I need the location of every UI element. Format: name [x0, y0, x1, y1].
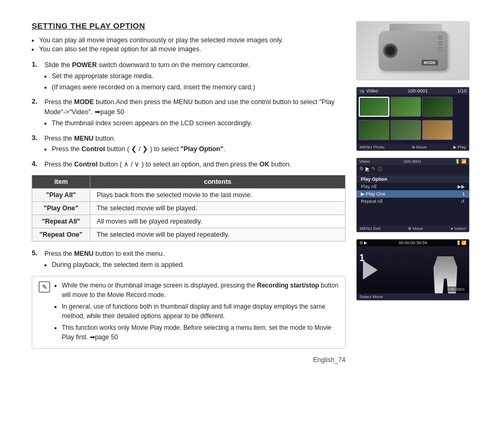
step-3-bold: MENU	[74, 135, 94, 142]
step-4-ok: OK	[259, 161, 269, 168]
step-3: 3. Press the MENU button. Press the Cont…	[32, 134, 346, 156]
camcorder-lens	[383, 43, 398, 58]
table-header-contents: contents	[90, 175, 346, 188]
table-row: "Repeat One" The selected movie will be …	[32, 228, 346, 241]
thumbnail-1[interactable]	[359, 97, 389, 117]
video-mode-icon: 📹	[359, 89, 365, 94]
page-title: SETTING THE PLAY OPTION	[32, 21, 346, 30]
table-item-3: "Repeat All"	[32, 215, 90, 228]
step-2-bold: MODE	[74, 98, 94, 106]
table-content-1: Plays back from the selected movie to th…	[90, 188, 346, 201]
step-5-bold: MENU	[74, 250, 94, 257]
thumbnail-5[interactable]	[390, 120, 421, 140]
menu-icon-settings[interactable]: ⚙	[359, 166, 363, 173]
menu-item-repeat-all[interactable]: Repeat All ↺	[357, 198, 469, 205]
video-bottom-bar: MENU Photo ⊕ Move ▶ Play	[357, 144, 469, 151]
menu-icon-edit[interactable]: ✎	[371, 166, 376, 173]
table-row: "Repeat All" All movies will be played r…	[32, 215, 346, 228]
intro-bullets: You can play all movie images continuous…	[32, 36, 346, 53]
video-page: 1/10	[457, 88, 466, 94]
table-content-2: The selected movie will be played.	[90, 201, 346, 215]
camcorder-body: MODE	[379, 31, 447, 71]
video-bottom-move: ⊕ Move	[412, 145, 427, 150]
playback-timecode: 00:00:00-59:59	[399, 240, 427, 245]
menu-item-label-3: Repeat All	[361, 199, 382, 204]
table-row: "Play All" Plays back from the selected …	[32, 188, 346, 201]
cam-button-1	[438, 35, 442, 40]
menu-bottom-select: ● Select	[451, 226, 466, 231]
menu-item-label-selected: ▶ Play One	[361, 191, 386, 197]
note-bullet-1: While the menu or thumbnail image screen…	[62, 281, 339, 300]
table-row: "Play One" The selected movie will be pl…	[32, 201, 346, 215]
step-3-sub-1: Press the Control button ( ❮ / ❯ ) to se…	[52, 144, 225, 154]
video-bottom-menu: MENU Photo	[360, 145, 385, 150]
playback-top-bar: ⚙ ▶ 00:00:00-59:59 🔋📶	[357, 239, 469, 246]
step-4-bold: Control	[74, 161, 97, 168]
step-2-num: 2.	[32, 97, 43, 105]
thumbnail-6[interactable]	[422, 120, 453, 140]
menu-item-play-all[interactable]: Play All ▶▶	[357, 183, 469, 190]
menu-top-counter: 100-0001	[404, 159, 422, 164]
menu-icon-info[interactable]: ⓘ	[378, 166, 382, 173]
note-bullet-2: In general, use of functions both in thu…	[62, 302, 339, 321]
menu-screen: Video 100-0001 🔋 📶 ⚙ ▶ ✎ ⓘ Play Option P…	[357, 158, 469, 232]
note-box: ✎ While the menu or thumbnail image scre…	[32, 276, 346, 349]
note-icon: ✎	[39, 281, 50, 293]
sidebar-image-4: ⚙ ▶ 00:00:00-59:59 🔋📶 1 109-0001 Select …	[356, 239, 470, 301]
page-container: SETTING THE PLAY OPTION You can play all…	[0, 0, 504, 436]
step-1-content: Slide the POWER switch downward to turn …	[44, 60, 255, 93]
cam-button-2	[438, 41, 442, 45]
note-bullet-3: This function works only Movie Play mode…	[62, 323, 339, 342]
step-1: 1. Slide the POWER switch downward to tu…	[32, 60, 346, 93]
menu-section-label: Play Option	[361, 177, 387, 182]
step-2-sub-1: The thumbnail index screen appears on th…	[52, 118, 346, 128]
step-3-num: 3.	[32, 134, 43, 142]
menu-top-icons: 🔋 📶	[455, 159, 466, 164]
video-label: Video	[366, 88, 378, 94]
sidebar-image-2: 📹 Video 100-0001 1/10 MENU Photo ⊕	[356, 87, 470, 151]
menu-item-play-one[interactable]: ▶ Play One 1	[357, 190, 469, 198]
sidebar-image-3: Video 100-0001 🔋 📶 ⚙ ▶ ✎ ⓘ Play Option P…	[356, 157, 470, 233]
camcorder-top	[389, 24, 442, 31]
table-item-1: "Play All"	[32, 188, 90, 201]
steps-container: 1. Slide the POWER switch downward to tu…	[32, 60, 346, 271]
menu-bottom-bar: MENU Exit ⊕ Move ● Select	[357, 225, 469, 232]
camcorder-image: MODE	[357, 22, 469, 80]
thumbnail-2[interactable]	[390, 97, 421, 117]
playback-battery: 🔋📶	[456, 240, 466, 245]
play-arrow-icon	[363, 261, 378, 280]
cam-button-3	[438, 47, 442, 51]
thumbnail-4[interactable]	[359, 120, 389, 140]
option-table: item contents "Play All" Plays back from…	[32, 175, 346, 242]
step-1-bold: POWER	[72, 61, 97, 69]
step-1-sub-2: (If images were recorded on a memory car…	[52, 82, 255, 92]
step-1-num: 1.	[32, 60, 43, 68]
step-5-num: 5.	[32, 249, 43, 257]
select-move-label: Select Move	[360, 294, 383, 299]
table-content-3: All movies will be played repeatedly.	[90, 215, 346, 228]
thumbnail-3[interactable]	[422, 97, 453, 117]
menu-item-icon-3: ↺	[461, 199, 465, 204]
video-bottom-play: ▶ Play	[453, 145, 466, 150]
camcorder-buttons	[438, 35, 442, 51]
intro-bullet-2: You can also set the repeat option for a…	[39, 45, 346, 53]
step-4-num: 4.	[32, 160, 43, 168]
page-number: English_74	[313, 356, 346, 364]
playback-counter: 109-0001	[445, 286, 466, 292]
step-2-content: Press the MODE button.And then press the…	[44, 97, 346, 129]
playback-content: 1 109-0001	[357, 246, 469, 293]
video-thumbnail-screen: 📹 Video 100-0001 1/10 MENU Photo ⊕	[357, 87, 469, 151]
mode-button-label[interactable]: MODE	[422, 60, 437, 66]
menu-top-bar: Video 100-0001 🔋 📶	[357, 158, 469, 165]
step-2: 2. Press the MODE button.And then press …	[32, 97, 346, 129]
menu-item-label: Play All	[361, 184, 377, 189]
main-content: SETTING THE PLAY OPTION You can play all…	[32, 21, 346, 420]
menu-bottom-move: ⊕ Move	[408, 226, 423, 231]
menu-icon-play[interactable]: ▶	[366, 166, 369, 173]
menu-section-header: Play Option	[357, 175, 469, 183]
video-top-bar: 📹 Video 100-0001 1/10	[357, 87, 469, 95]
menu-bottom-exit: MENU Exit	[360, 226, 380, 231]
note-content: While the menu or thumbnail image screen…	[54, 281, 339, 344]
intro-bullet-1: You can play all movie images continuous…	[39, 36, 346, 44]
playback-screen: ⚙ ▶ 00:00:00-59:59 🔋📶 1 109-0001 Select …	[357, 239, 469, 300]
